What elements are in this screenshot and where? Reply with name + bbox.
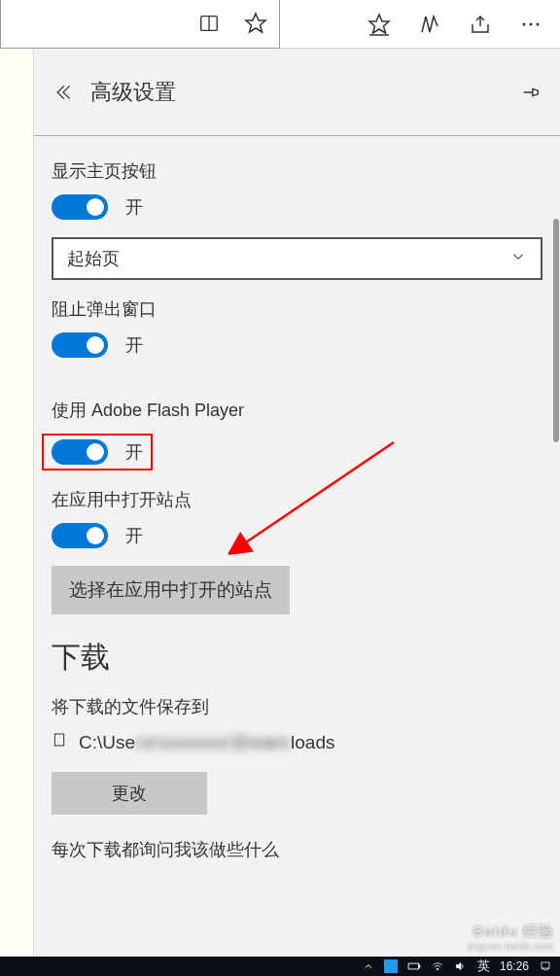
flash-label: 使用 Adobe Flash Player xyxy=(52,399,542,422)
flash-row: 开 xyxy=(52,439,143,465)
svg-point-6 xyxy=(523,22,526,25)
save-to-label: 将下载的文件保存到 xyxy=(52,695,542,718)
share-icon[interactable] xyxy=(469,13,492,36)
tray-volume-icon[interactable] xyxy=(454,960,468,972)
svg-marker-2 xyxy=(246,14,265,32)
svg-point-8 xyxy=(537,22,540,25)
tray-notifications-icon[interactable] xyxy=(539,960,552,972)
left-gutter xyxy=(0,49,33,957)
svg-rect-16 xyxy=(542,962,549,968)
reading-view-icon[interactable] xyxy=(197,12,221,35)
ask-each-time-label: 每次下载都询问我该做些什么 xyxy=(52,838,542,861)
panel-header: 高级设置 xyxy=(34,49,560,136)
watermark: Baidu 经验 jingyan.baidu.com xyxy=(468,923,554,953)
svg-marker-3 xyxy=(369,15,389,33)
download-path: C:\Users\xxxxxx\Downloads xyxy=(79,732,334,753)
block-popups-toggle[interactable] xyxy=(52,332,108,358)
svg-point-7 xyxy=(530,22,533,25)
svg-rect-13 xyxy=(419,965,420,967)
tray-app-icon[interactable] xyxy=(384,959,398,973)
pin-icon[interactable] xyxy=(519,81,542,104)
block-popups-row: 开 xyxy=(52,332,542,358)
scrollbar-thumb[interactable] xyxy=(553,219,559,442)
back-icon[interactable] xyxy=(52,81,75,104)
toolbar-actions xyxy=(280,13,560,36)
tray-wifi-icon[interactable] xyxy=(431,960,444,972)
tray-ime[interactable]: 英 xyxy=(477,958,490,975)
favorites-list-icon[interactable] xyxy=(368,13,391,36)
show-home-button-label: 显示主页按钮 xyxy=(52,159,542,183)
browser-toolbar xyxy=(0,0,560,49)
panel-title: 高级设置 xyxy=(90,78,504,107)
open-in-app-toggle[interactable] xyxy=(52,523,108,548)
address-bar-area[interactable] xyxy=(0,0,280,49)
show-home-button-row: 开 xyxy=(52,194,542,220)
annotation-highlight: 开 xyxy=(42,434,153,471)
favorite-star-icon[interactable] xyxy=(244,12,267,35)
tray-chevron-icon[interactable] xyxy=(363,960,374,972)
block-popups-label: 阻止弹出窗口 xyxy=(52,297,542,321)
svg-marker-15 xyxy=(456,963,461,970)
change-folder-button[interactable]: 更改 xyxy=(52,772,207,815)
toggle-state: 开 xyxy=(125,195,143,219)
panel-body: 显示主页按钮 开 起始页 阻止弹出窗口 开 使用 Adobe Flash Pla… xyxy=(34,136,560,957)
toggle-state: 开 xyxy=(125,333,143,357)
svg-rect-12 xyxy=(408,963,419,969)
flash-toggle[interactable] xyxy=(52,439,108,465)
taskbar: 英 16:26 xyxy=(0,957,560,976)
downloads-heading: 下载 xyxy=(52,638,542,678)
toggle-state: 开 xyxy=(125,524,143,547)
svg-point-14 xyxy=(437,968,438,970)
dropdown-value: 起始页 xyxy=(67,247,120,270)
open-in-app-row: 开 xyxy=(52,523,542,548)
tray-time[interactable]: 16:26 xyxy=(500,959,529,973)
more-icon[interactable] xyxy=(519,13,542,36)
choose-sites-button[interactable]: 选择在应用中打开的站点 xyxy=(52,566,290,614)
download-path-row: C:\Users\xxxxxx\Downloads xyxy=(52,730,542,754)
content-wrapper: 高级设置 显示主页按钮 开 起始页 阻止弹出窗口 开 xyxy=(0,49,560,957)
open-in-app-label: 在应用中打开站点 xyxy=(52,488,542,511)
show-home-button-toggle[interactable] xyxy=(52,194,108,220)
homepage-dropdown[interactable]: 起始页 xyxy=(52,237,542,280)
svg-rect-11 xyxy=(54,734,63,746)
notes-icon[interactable] xyxy=(418,13,441,36)
folder-icon xyxy=(52,730,67,754)
scrollbar[interactable] xyxy=(552,219,560,510)
settings-panel: 高级设置 显示主页按钮 开 起始页 阻止弹出窗口 开 xyxy=(33,49,560,957)
tray-battery-icon[interactable] xyxy=(407,960,421,972)
toggle-state: 开 xyxy=(125,440,143,464)
chevron-down-icon xyxy=(509,248,527,270)
